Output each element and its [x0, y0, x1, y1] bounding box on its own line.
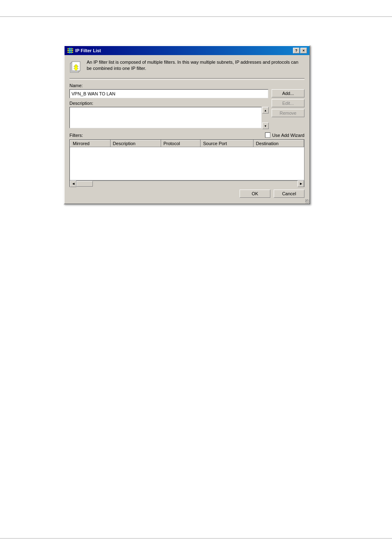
- info-text: An IP filter list is composed of multipl…: [87, 59, 304, 72]
- dialog-title-icon: [67, 47, 74, 54]
- dialog-title: IP Filter List: [75, 48, 101, 53]
- horizontal-scrollbar: ◀ ▶: [70, 180, 304, 187]
- table-body: [70, 147, 304, 180]
- filters-row: Filters: Use Add Wizard: [69, 132, 304, 138]
- col-source-port[interactable]: Source Port: [201, 140, 254, 147]
- name-label: Name:: [69, 83, 304, 88]
- edit-button[interactable]: Edit...: [272, 99, 304, 107]
- main-content: Description: ▲ ▼ Add... Edit... Remove: [69, 89, 304, 129]
- svg-rect-4: [71, 48, 71, 53]
- title-bar-controls: ? ×: [293, 48, 307, 53]
- dialog-body: An IP filter list is composed of multipl…: [65, 55, 309, 204]
- info-row: An IP filter list is composed of multipl…: [69, 59, 304, 73]
- add-button[interactable]: Add...: [272, 89, 304, 97]
- right-section: Add... Edit... Remove: [272, 89, 304, 117]
- description-label: Description:: [69, 101, 268, 106]
- close-button[interactable]: ×: [300, 48, 307, 53]
- hscroll-right-button[interactable]: ▶: [297, 180, 304, 187]
- scroll-down-button[interactable]: ▼: [262, 123, 269, 129]
- help-button[interactable]: ?: [293, 48, 300, 53]
- remove-button[interactable]: Remove: [272, 109, 304, 117]
- svg-rect-3: [69, 48, 70, 53]
- hscroll-track[interactable]: [76, 180, 297, 187]
- info-icon: [69, 60, 83, 73]
- cancel-button[interactable]: Cancel: [274, 190, 304, 198]
- col-description[interactable]: Description: [110, 140, 161, 147]
- hscroll-thumb[interactable]: [76, 181, 93, 187]
- svg-rect-1: [67, 50, 73, 51]
- scroll-up-button[interactable]: ▲: [262, 107, 269, 113]
- separator-2: [69, 79, 304, 80]
- col-protocol[interactable]: Protocol: [161, 140, 201, 147]
- title-bar: IP Filter List ? ×: [65, 46, 309, 55]
- col-destination[interactable]: Destination: [253, 140, 304, 147]
- left-section: Description: ▲ ▼: [69, 89, 268, 129]
- title-bar-left: IP Filter List: [67, 47, 101, 54]
- description-area-wrapper: ▲ ▼: [69, 107, 268, 129]
- name-input[interactable]: [69, 89, 268, 98]
- separator-1: [69, 78, 304, 79]
- wizard-checkbox-row: Use Add Wizard: [265, 132, 304, 138]
- use-add-wizard-checkbox[interactable]: [265, 132, 270, 138]
- ok-button[interactable]: OK: [240, 190, 270, 198]
- col-mirrored[interactable]: Mirrored: [70, 140, 111, 147]
- scroll-buttons: ▲ ▼: [262, 107, 269, 129]
- filters-table-container: Mirrored Description Protocol Source Por…: [69, 139, 304, 187]
- page-border-bottom: [0, 538, 392, 539]
- description-textarea[interactable]: [69, 107, 262, 128]
- page-border-top: [0, 16, 392, 17]
- filters-table: Mirrored Description Protocol Source Por…: [70, 140, 304, 147]
- filters-label: Filters:: [69, 133, 83, 138]
- ip-filter-list-dialog: IP Filter List ? ×: [64, 45, 310, 204]
- dialog-wrapper: IP Filter List ? ×: [64, 45, 310, 204]
- resize-handle[interactable]: [304, 198, 310, 204]
- svg-rect-0: [67, 49, 73, 49]
- svg-rect-2: [67, 52, 73, 53]
- use-add-wizard-label: Use Add Wizard: [272, 133, 304, 138]
- ok-cancel-row: OK Cancel: [69, 190, 304, 199]
- hscroll-left-button[interactable]: ◀: [70, 180, 76, 187]
